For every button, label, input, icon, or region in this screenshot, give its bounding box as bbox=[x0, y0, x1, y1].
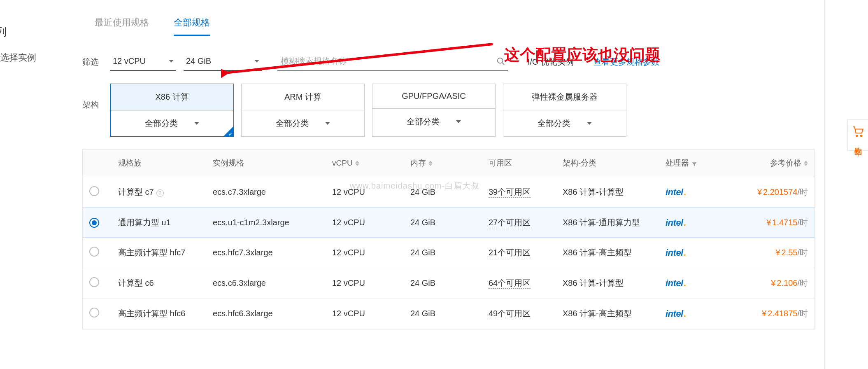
cell-family: 高主频计算型 hfc7 bbox=[118, 247, 213, 258]
cell-memory: 24 GiB bbox=[410, 218, 489, 227]
sort-icon bbox=[804, 161, 808, 166]
cell-price: ¥2.201574/时 bbox=[735, 187, 808, 198]
header-memory[interactable]: 内存 bbox=[410, 158, 489, 168]
cell-spec: ecs.hfc7.3xlarge bbox=[213, 248, 332, 257]
cart-tab[interactable]: 购物车 bbox=[847, 119, 868, 151]
more-params-link[interactable]: 查看更多规格参数 bbox=[593, 56, 659, 68]
filter-label: 筛选 bbox=[82, 56, 103, 68]
cell-zone[interactable]: 49个可用区 bbox=[489, 309, 531, 319]
row-radio[interactable] bbox=[89, 247, 99, 257]
cell-family: 计算型 c7? bbox=[118, 187, 213, 198]
cell-zone[interactable]: 39个可用区 bbox=[489, 187, 531, 198]
cell-vcpu: 12 vCPU bbox=[332, 309, 410, 318]
arch-card-name: GPU/FPGA/ASIC bbox=[372, 84, 495, 109]
cart-icon bbox=[853, 126, 863, 137]
table-row[interactable]: 高主频计算型 hfc7ecs.hfc7.3xlarge12 vCPU24 GiB… bbox=[83, 238, 814, 268]
cell-spec: ecs.u1-c1m2.3xlarge bbox=[213, 218, 332, 227]
cell-family: 通用算力型 u1 bbox=[118, 217, 213, 228]
arch-card-1[interactable]: ARM 计算全部分类 bbox=[241, 84, 365, 137]
spec-search-wrap bbox=[277, 53, 508, 71]
cell-arch-cat: X86 计算-高主频型 bbox=[563, 308, 666, 319]
arch-card-category-label: 全部分类 bbox=[407, 116, 440, 127]
row-radio[interactable] bbox=[89, 186, 99, 196]
sort-icon bbox=[428, 161, 433, 166]
caret-down-icon bbox=[169, 60, 174, 63]
help-icon[interactable]: ? bbox=[156, 189, 164, 197]
caret-down-icon bbox=[194, 122, 199, 125]
spec-table: 规格族 实例规格 vCPU 内存 可用区 架构-分类 处理器 参考价格 bbox=[82, 149, 815, 329]
row-radio[interactable] bbox=[89, 218, 99, 228]
cell-vcpu: 12 vCPU bbox=[332, 278, 410, 288]
table-row[interactable]: 通用算力型 u1ecs.u1-c1m2.3xlarge12 vCPU24 GiB… bbox=[83, 208, 814, 238]
arch-card-category-select[interactable]: 全部分类 bbox=[242, 110, 364, 136]
cart-label: 购物车 bbox=[854, 141, 863, 144]
cell-vcpu: 12 vCPU bbox=[332, 248, 410, 257]
tab-all-specs[interactable]: 全部规格 bbox=[174, 12, 210, 36]
page-section-title-partial: 列 bbox=[0, 25, 49, 39]
memory-select[interactable]: 24 GiB bbox=[184, 53, 262, 71]
table-row[interactable]: 计算型 c7?ecs.c7.3xlarge12 vCPU24 GiB39个可用区… bbox=[83, 177, 814, 208]
cell-vcpu: 12 vCPU bbox=[332, 187, 410, 197]
cell-memory: 24 GiB bbox=[410, 248, 489, 257]
arch-card-0[interactable]: X86 计算全部分类✓ bbox=[110, 84, 234, 137]
arch-card-2[interactable]: GPU/FPGA/ASIC全部分类 bbox=[372, 84, 496, 137]
cell-price: ¥1.4715/时 bbox=[735, 217, 808, 228]
row-radio[interactable] bbox=[89, 277, 99, 287]
svg-point-1 bbox=[498, 58, 503, 63]
arch-card-category-label: 全部分类 bbox=[276, 118, 309, 129]
cell-vcpu: 12 vCPU bbox=[332, 218, 410, 227]
arch-card-category-select[interactable]: 全部分类 bbox=[372, 109, 495, 135]
filter-icon bbox=[691, 160, 697, 166]
header-arch-cat: 架构-分类 bbox=[563, 158, 666, 168]
intel-logo: intel. bbox=[666, 248, 686, 258]
row-radio[interactable] bbox=[89, 308, 99, 318]
check-icon: ✓ bbox=[228, 131, 233, 137]
select-instance-label: 选择实例 bbox=[0, 51, 49, 64]
svg-point-3 bbox=[856, 135, 857, 136]
search-icon bbox=[496, 57, 505, 66]
header-processor[interactable]: 处理器 bbox=[666, 158, 735, 168]
intel-logo: intel. bbox=[666, 187, 686, 197]
cell-price: ¥2.55/时 bbox=[735, 247, 808, 258]
cell-zone[interactable]: 21个可用区 bbox=[489, 248, 531, 258]
cell-arch-cat: X86 计算-通用算力型 bbox=[563, 217, 666, 228]
header-vcpu[interactable]: vCPU bbox=[332, 159, 410, 168]
arch-card-category-select[interactable]: 全部分类 bbox=[503, 110, 626, 136]
svg-line-2 bbox=[502, 62, 505, 65]
cell-memory: 24 GiB bbox=[410, 278, 489, 288]
memory-select-value: 24 GiB bbox=[186, 56, 211, 66]
arch-card-category-select[interactable]: 全部分类 bbox=[111, 110, 233, 136]
arch-card-name: ARM 计算 bbox=[242, 84, 364, 110]
intel-logo: intel. bbox=[666, 278, 686, 288]
intel-logo: intel. bbox=[666, 308, 686, 319]
cell-family: 计算型 c6 bbox=[118, 278, 213, 289]
cell-arch-cat: X86 计算-计算型 bbox=[563, 187, 666, 198]
cell-zone[interactable]: 27个可用区 bbox=[489, 218, 531, 228]
caret-down-icon bbox=[587, 122, 592, 125]
header-family: 规格族 bbox=[118, 158, 213, 168]
header-price[interactable]: 参考价格 bbox=[735, 158, 808, 168]
cell-spec: ecs.c6.3xlarge bbox=[213, 278, 332, 288]
arch-card-name: X86 计算 bbox=[111, 84, 233, 110]
cell-family: 高主频计算型 hfc6 bbox=[118, 308, 213, 319]
cell-price: ¥2.106/时 bbox=[735, 278, 808, 289]
arch-card-category-label: 全部分类 bbox=[145, 118, 178, 129]
caret-down-icon bbox=[456, 120, 461, 123]
arch-label: 架构 bbox=[82, 84, 103, 110]
arch-card-3[interactable]: 弹性裸金属服务器全部分类 bbox=[503, 84, 626, 137]
cell-arch-cat: X86 计算-高主频型 bbox=[563, 247, 666, 258]
table-row[interactable]: 计算型 c6ecs.c6.3xlarge12 vCPU24 GiB64个可用区X… bbox=[83, 268, 814, 299]
vcpu-select[interactable]: 12 vCPU bbox=[110, 53, 176, 71]
vcpu-select-value: 12 vCPU bbox=[113, 56, 146, 66]
table-header-row: 规格族 实例规格 vCPU 内存 可用区 架构-分类 处理器 参考价格 bbox=[83, 149, 814, 177]
table-row[interactable]: 高主频计算型 hfc6ecs.hfc6.3xlarge12 vCPU24 GiB… bbox=[83, 299, 814, 329]
intel-logo: intel. bbox=[666, 217, 686, 228]
cell-spec: ecs.hfc6.3xlarge bbox=[213, 309, 332, 318]
io-optimized-label: I/O 优化实例 bbox=[528, 56, 574, 68]
spec-search-input[interactable] bbox=[280, 56, 496, 66]
caret-down-icon bbox=[325, 122, 330, 125]
cell-price: ¥2.41875/时 bbox=[735, 308, 808, 319]
cell-spec: ecs.c7.3xlarge bbox=[213, 187, 332, 197]
cell-zone[interactable]: 64个可用区 bbox=[489, 278, 531, 289]
tab-recent-specs[interactable]: 最近使用规格 bbox=[95, 12, 149, 36]
